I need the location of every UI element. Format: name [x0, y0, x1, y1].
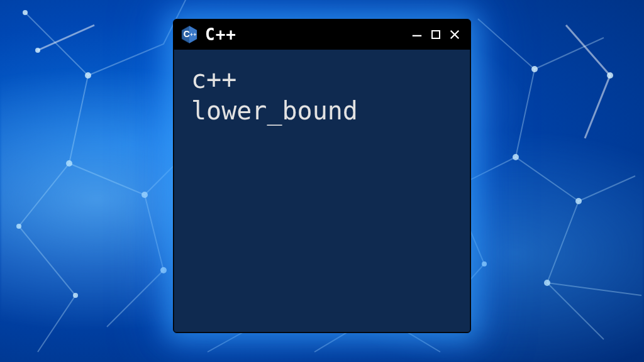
minimize-button[interactable] [410, 28, 424, 41]
cpp-logo-icon: C [180, 25, 199, 44]
window-controls [410, 28, 462, 41]
maximize-button[interactable] [429, 28, 443, 41]
window-title: C++ [205, 25, 404, 44]
window-body: c++ lower_bound [174, 50, 470, 140]
square-icon [431, 30, 440, 39]
svg-rect-18 [190, 34, 193, 35]
close-button[interactable] [448, 28, 462, 41]
body-line-1: c++ [191, 63, 453, 95]
svg-rect-20 [194, 34, 197, 35]
svg-text:C: C [184, 30, 190, 39]
terminal-window: C C++ c++ lower_bound [173, 19, 471, 333]
body-line-2: lower_bound [191, 95, 453, 126]
titlebar: C C++ [174, 19, 470, 50]
